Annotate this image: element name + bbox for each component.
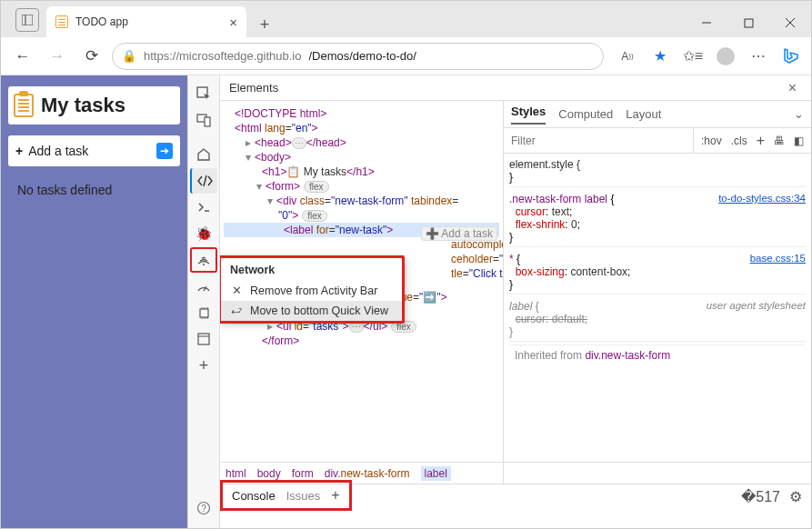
help-icon[interactable]: ? [190,495,217,521]
inspect-tool-icon[interactable] [190,81,217,106]
memory-tool-icon[interactable] [190,300,217,325]
tab-computed[interactable]: Computed [558,107,613,121]
network-tool-icon[interactable] [190,247,217,273]
hov-toggle[interactable]: :hov [701,135,722,147]
url-host: https://microsoftedge.github.io [144,49,301,63]
window-minimize-button[interactable] [686,8,727,37]
plus-icon: + [15,144,23,158]
tab-styles[interactable]: Styles [511,105,546,125]
profile-icon[interactable] [713,44,738,69]
svg-rect-11 [200,309,208,317]
submit-arrow-icon[interactable]: ➔ [156,143,173,159]
panel-title: Elements [229,81,278,95]
console-tool-icon[interactable] [190,195,217,220]
add-task-label: Add a task [28,144,88,158]
svg-rect-8 [205,117,210,126]
context-menu: Network ✕Remove from Activity Bar ⮐Move … [220,255,405,324]
application-tool-icon[interactable] [190,326,217,352]
window-maximize-button[interactable] [727,8,769,37]
devtools-activity-bar: 🐞 + ? [187,75,220,528]
remove-icon: ✕ [230,284,243,297]
drawer-issues-icon[interactable]: �517 [741,488,780,505]
drawer-tab-console[interactable]: Console [232,489,276,503]
address-bar: ← → ⟳ 🔒 https://microsoftedge.github.io/… [1,37,811,75]
tab-layout[interactable]: Layout [626,107,661,121]
browser-tab[interactable]: TODO app × [46,6,246,37]
ctx-move-item[interactable]: ⮐Move to bottom Quick View [221,301,402,321]
drawer-settings-icon[interactable]: ⚙ [789,488,802,505]
styles-filter-input[interactable] [504,135,693,147]
tab-actions-icon[interactable] [15,8,39,32]
move-down-icon: ⮐ [230,304,243,317]
page-heading: My tasks [8,86,180,125]
devtools-close-button[interactable]: × [783,80,802,96]
performance-tool-icon[interactable] [190,274,217,299]
svg-rect-0 [22,15,33,25]
back-button[interactable]: ← [8,42,37,71]
read-aloud-icon[interactable]: A)) [615,44,640,69]
device-emulation-icon[interactable] [190,107,217,133]
webpage-pane: My tasks + Add a task ➔ No tasks defined [1,75,187,528]
devtools-header: Elements × [220,75,811,101]
svg-point-9 [203,264,205,265]
elements-tool-icon[interactable] [190,168,217,194]
add-task-input[interactable]: + Add a task ➔ [8,135,180,166]
svg-rect-3 [745,19,753,27]
tab-close-icon[interactable]: × [229,15,237,30]
new-rule-button[interactable]: + [757,133,765,149]
more-icon[interactable]: ⋯ [746,44,771,69]
clipboard-icon [14,94,34,117]
bing-chat-icon[interactable] [778,44,804,69]
refresh-button[interactable]: ⟳ [77,42,106,71]
drawer-more-button[interactable]: + [331,487,339,504]
url-path: /Demos/demo-to-do/ [308,49,416,63]
source-link[interactable]: to-do-styles.css:34 [718,193,806,204]
computed-toggle-icon[interactable]: ◧ [794,135,804,147]
more-tools-button[interactable]: + [190,353,217,378]
quickview-drawer: Console Issues + �517 ⚙ [220,484,811,528]
chevron-down-icon[interactable]: ⌄ [794,107,804,121]
url-input[interactable]: 🔒 https://microsoftedge.github.io/Demos/… [112,43,604,70]
sources-tool-icon[interactable]: 🐞 [190,221,217,246]
source-link[interactable]: base.css:15 [750,253,806,264]
tab-title: TODO app [75,15,128,28]
window-close-button[interactable] [769,8,811,37]
inherited-label: Inherited from div.new-task-form [509,344,806,365]
welcome-tool-icon[interactable] [190,142,217,167]
devtools-panel: Elements × <!DOCTYPE html> <html lang="e… [220,75,811,528]
drawer-tab-issues[interactable]: Issues [286,489,321,503]
drawer-tabs-highlight: Console Issues + [220,480,352,511]
empty-state-text: No tasks defined [17,183,171,197]
context-menu-title: Network [221,258,402,280]
new-tab-button[interactable]: + [252,12,277,37]
svg-text:?: ? [201,504,206,514]
ctx-remove-item[interactable]: ✕Remove from Activity Bar [221,280,402,301]
page-title: My tasks [41,94,125,117]
forward-button: → [43,42,72,71]
favorites-bar-icon[interactable]: ✩≡ [680,44,706,69]
favicon-icon [55,15,68,28]
styles-tabs: Styles Computed Layout ⌄ [504,101,811,128]
favorite-icon[interactable]: ★ [647,44,673,69]
print-icon[interactable]: 🖶 [774,135,785,147]
selected-node[interactable]: <label for="new-task">➕ Add a task [224,223,499,237]
lock-icon: 🔒 [122,49,136,63]
window-titlebar: TODO app × + [1,1,811,37]
cls-toggle[interactable]: .cls [731,135,747,147]
svg-rect-18 [198,334,209,344]
css-rules[interactable]: element.style {} to-do-styles.css:34 .ne… [504,154,811,367]
